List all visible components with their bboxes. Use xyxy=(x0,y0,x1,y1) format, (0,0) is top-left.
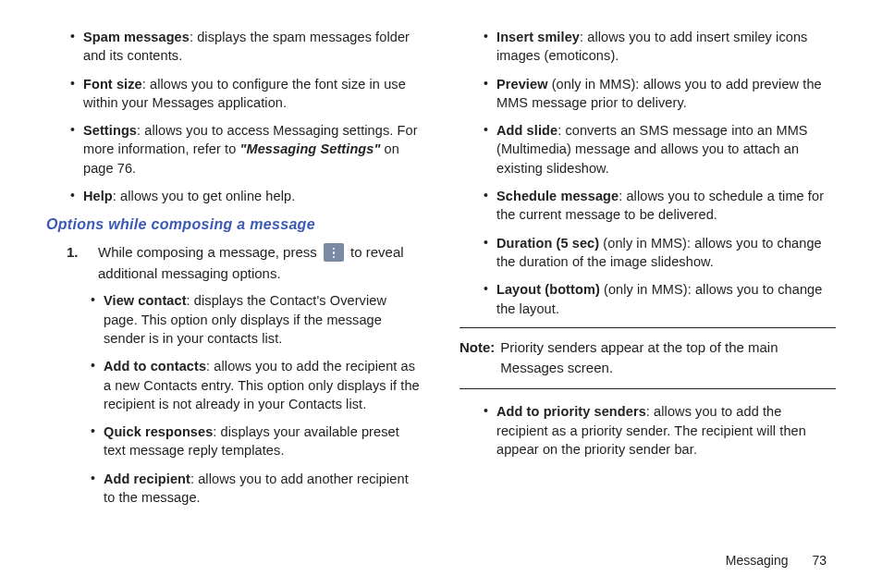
list-item: Help: allows you to get online help. xyxy=(67,187,423,205)
step-1: 1. While composing a message, press to r… xyxy=(67,242,423,284)
cross-reference: "Messaging Settings" xyxy=(240,141,381,156)
list-item: Preview (only in MMS): allows you to add… xyxy=(480,75,836,113)
list-item: Add to priority senders: allows you to a… xyxy=(480,402,836,459)
list-item: Add to contacts: allows you to add the r… xyxy=(87,357,423,413)
list-item: Font size: allows you to configure the f… xyxy=(67,75,423,113)
step-text: While composing a message, press to reve… xyxy=(98,242,423,284)
footer-section: Messaging xyxy=(726,553,789,568)
footer-page-number: 73 xyxy=(812,553,827,568)
compose-options-list-continued: Insert smiley: allows you to add insert … xyxy=(480,28,836,318)
list-item: Settings: allows you to access Messaging… xyxy=(67,121,423,178)
list-item: Spam messages: displays the spam message… xyxy=(67,28,423,66)
after-note-list: Add to priority senders: allows you to a… xyxy=(480,402,836,459)
list-item: Add recipient: allows you to add another… xyxy=(87,470,423,508)
list-item: Layout (bottom) (only in MMS): allows yo… xyxy=(480,280,836,318)
list-item: Quick responses: displays your available… xyxy=(87,423,423,460)
note-block: Note: Priority senders appear at the top… xyxy=(459,327,836,390)
list-item: Duration (5 sec) (only in MMS): allows y… xyxy=(480,234,836,272)
note-text: Priority senders appear at the top of th… xyxy=(500,337,836,378)
menu-icon xyxy=(324,243,344,262)
list-item: Insert smiley: allows you to add insert … xyxy=(480,28,836,66)
document-page: Spam messages: displays the spam message… xyxy=(0,0,882,544)
options-list-top: Spam messages: displays the spam message… xyxy=(67,28,423,205)
list-item: Add slide: converts an SMS message into … xyxy=(480,121,836,178)
right-column: Insert smiley: allows you to add insert … xyxy=(459,28,836,516)
left-column: Spam messages: displays the spam message… xyxy=(46,28,423,516)
list-item: View contact: displays the Contact's Ove… xyxy=(87,291,423,348)
section-heading: Options while composing a message xyxy=(46,216,423,233)
step-number: 1. xyxy=(67,242,85,263)
note-label: Note: xyxy=(459,337,495,378)
page-footer: Messaging 73 xyxy=(726,553,827,568)
compose-options-list: View contact: displays the Contact's Ove… xyxy=(87,291,423,507)
list-item: Schedule message: allows you to schedule… xyxy=(480,187,836,225)
